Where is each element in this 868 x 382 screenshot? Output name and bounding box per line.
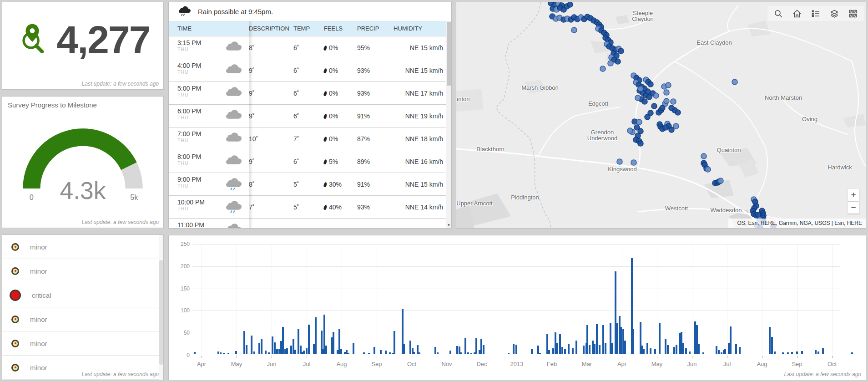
legend-icon[interactable] — [811, 9, 820, 18]
forecast-time: 7:00 PM — [177, 130, 219, 138]
table-row: 10:00 PMTHU 7˚ 5˚ 40% 93% NNE 14 km/h — [169, 195, 451, 218]
chart-bar — [599, 345, 601, 354]
chart-bar — [480, 339, 482, 354]
location-search-icon — [15, 22, 49, 57]
gauge: 0 5k 4.3k — [5, 112, 160, 210]
chart-bar — [235, 351, 237, 354]
temp-value: 6˚ — [293, 44, 324, 51]
chart-bar — [282, 327, 284, 354]
chart-bar — [274, 342, 276, 354]
chart-bar — [353, 343, 354, 354]
x-axis-tick-label: Aug — [336, 361, 347, 367]
list-item[interactable]: minor — [2, 235, 163, 259]
humidity-value: NNE 14 km/h — [394, 204, 451, 211]
x-axis-tick-label: May — [651, 361, 663, 367]
forecast-day: THU — [177, 46, 219, 52]
map-place-label: Piddington — [511, 194, 539, 200]
chart-bar — [368, 353, 370, 354]
chart-bar — [650, 348, 651, 354]
table-row: 11:00 PMTHU — [169, 218, 451, 229]
chart-bar — [449, 351, 451, 354]
search-icon[interactable] — [774, 9, 783, 18]
chart-bar — [298, 329, 299, 354]
table-row: 9:00 PMTHU 8˚ 5˚ 30% 91% NNE 15 km/h — [169, 173, 451, 195]
droplet-icon — [323, 159, 328, 164]
chart-bar — [464, 338, 466, 354]
cloud-icon — [219, 131, 249, 146]
humidity-value: NNE 18 km/h — [394, 135, 451, 143]
table-row: 8:00 PMTHU 9˚ 6˚ 5% 89% NNE 16 km/h — [169, 150, 451, 173]
chart-bar — [385, 351, 387, 354]
x-axis-tick-label: Jun — [687, 361, 697, 367]
list-item[interactable]: minor — [2, 307, 163, 331]
chart-bar — [293, 339, 294, 354]
chart-bar — [575, 341, 577, 354]
alert-list-scrollbar[interactable] — [159, 235, 163, 380]
zoom-out-button[interactable]: − — [848, 202, 859, 214]
survey-points — [548, 2, 776, 229]
list-item[interactable]: critical — [2, 283, 163, 307]
chart-bar — [646, 343, 648, 354]
chart-bar — [515, 345, 517, 354]
y-axis-tick-label: 50 — [184, 330, 190, 336]
table-row: 7:00 PMTHU 10˚ 7˚ 0% 87% NNE 18 km/h — [169, 127, 451, 150]
chart-bar — [409, 341, 411, 354]
chart-bar — [392, 353, 394, 354]
temp-value: 6˚ — [293, 158, 324, 165]
chart-bar — [698, 344, 700, 354]
description-value: 9˚ — [249, 158, 293, 165]
chart-bar — [470, 353, 472, 354]
weather-scrollbar[interactable]: ▼ — [446, 21, 451, 228]
chart-bar — [801, 351, 803, 354]
precip-value: 89% — [357, 158, 394, 165]
chart-bar — [194, 352, 196, 354]
droplet-icon — [323, 113, 328, 119]
home-icon[interactable] — [792, 9, 802, 18]
basemap-icon[interactable] — [848, 9, 858, 18]
chart-bar — [735, 344, 737, 354]
map-place-label: Launton — [456, 96, 470, 102]
forecast-day: THU — [177, 115, 219, 120]
forecast-time: 5:00 PM — [177, 85, 219, 92]
gauge-title: Survey Progress to Milestone — [2, 97, 163, 109]
chart-bar — [548, 350, 550, 354]
list-item[interactable]: minor — [2, 259, 163, 283]
chart-bar — [818, 351, 819, 354]
scroll-down-arrow[interactable]: ▼ — [446, 222, 451, 228]
chart-bar — [380, 350, 382, 354]
feels-value: 30% — [324, 181, 357, 188]
panel-survey-progress-gauge: Survey Progress to Milestone 0 5k 4.3k L… — [2, 96, 164, 228]
col-precip: PRECIP — [357, 25, 394, 32]
minor-status-icon — [11, 267, 19, 275]
list-item[interactable]: minor — [2, 331, 163, 356]
col-temp: TEMP — [293, 25, 324, 32]
zoom-in-button[interactable]: + — [848, 189, 859, 201]
chart-bar — [434, 347, 436, 354]
y-axis-tick-label: 200 — [181, 263, 190, 270]
minor-status-icon — [11, 340, 19, 347]
droplet-icon — [323, 136, 328, 142]
chart-bar — [676, 345, 677, 354]
precip-value: 87% — [357, 135, 394, 143]
chart-bar — [308, 325, 310, 354]
survey-point — [701, 153, 707, 159]
rain-cloud-icon — [219, 199, 249, 214]
last-update-text: Last update: a few seconds ago — [784, 371, 861, 377]
survey-point — [571, 27, 577, 33]
precip-value: 91% — [357, 181, 394, 188]
panel-map[interactable]: SteepleClaydonEast ClaydonMarsh GibbonLa… — [456, 2, 866, 229]
rain-cloud-icon — [219, 222, 249, 229]
x-axis-tick-label: Apr — [197, 361, 206, 367]
forecast-day: THU — [177, 138, 219, 143]
survey-point — [664, 90, 669, 95]
forecast-time: 3:15 PM — [177, 39, 219, 46]
survey-point — [664, 98, 669, 104]
col-humidity: HUMIDITY — [394, 25, 451, 32]
severity-label: critical — [32, 291, 51, 299]
temp-value: 5˚ — [293, 204, 324, 211]
chart-bar — [389, 352, 391, 354]
map-place-label: GrendonUnderwood — [587, 129, 618, 141]
chart-bar — [632, 329, 634, 354]
layers-icon[interactable] — [830, 9, 839, 18]
y-axis-tick-label: 250 — [181, 241, 190, 247]
